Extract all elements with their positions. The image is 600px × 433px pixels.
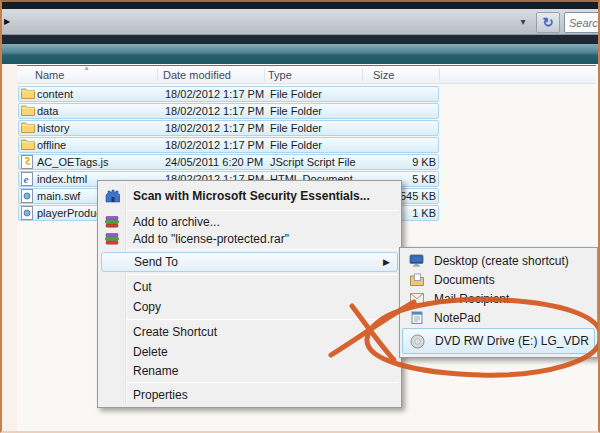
column-header-row: ▲ Name Date modified Type Size bbox=[17, 65, 596, 84]
refresh-icon: ↻ bbox=[543, 15, 554, 30]
column-divider[interactable] bbox=[264, 68, 265, 81]
column-header-size[interactable]: Size bbox=[373, 69, 394, 81]
menu-item-label: Add to "license-protected.rar" bbox=[133, 232, 289, 246]
html-file-icon: e bbox=[21, 172, 35, 188]
submenu-item-label: DVD RW Drive (E:) LG_VDR bbox=[435, 334, 589, 348]
column-header-date-modified[interactable]: Date modified bbox=[163, 69, 231, 81]
file-size: 9 KB bbox=[372, 156, 436, 168]
column-divider[interactable] bbox=[362, 68, 363, 81]
menu-item-cut[interactable]: Cut bbox=[98, 277, 401, 297]
file-type: File Folder bbox=[270, 139, 369, 151]
notepad-icon bbox=[408, 311, 425, 324]
dvd-drive-icon bbox=[409, 334, 426, 349]
folder-icon bbox=[21, 87, 35, 101]
svg-text:e: e bbox=[24, 173, 29, 185]
folder-icon bbox=[21, 104, 35, 118]
menu-item-label: Send To bbox=[134, 255, 178, 269]
submenu-item-notepad[interactable]: NotePad bbox=[400, 308, 597, 327]
documents-icon bbox=[408, 273, 425, 286]
file-date: 18/02/2012 1:17 PM bbox=[165, 88, 266, 100]
table-row[interactable]: offline 18/02/2012 1:17 PM File Folder bbox=[18, 137, 439, 153]
menu-item-scan-mse[interactable]: Scan with Microsoft Security Essentials.… bbox=[98, 183, 401, 208]
address-bar[interactable] bbox=[12, 12, 512, 32]
file-name: data bbox=[37, 105, 161, 117]
menu-item-label: Create Shortcut bbox=[133, 325, 217, 339]
file-name: history bbox=[37, 122, 161, 134]
column-header-name[interactable]: Name bbox=[35, 69, 64, 81]
menu-separator bbox=[127, 319, 398, 320]
nav-strip bbox=[2, 35, 598, 44]
swf-file-icon bbox=[21, 189, 35, 205]
chevron-down-icon: ▾ bbox=[520, 16, 525, 27]
submenu-item-label: Documents bbox=[434, 273, 495, 287]
submenu-item-label: NotePad bbox=[434, 311, 481, 325]
menu-item-delete[interactable]: Delete bbox=[98, 342, 401, 361]
column-header-type[interactable]: Type bbox=[268, 69, 292, 81]
menu-separator bbox=[127, 210, 398, 211]
back-caret-icon: ▶ bbox=[4, 17, 10, 26]
menu-item-label: Scan with Microsoft Security Essentials.… bbox=[133, 189, 370, 203]
submenu-item-label: Desktop (create shortcut) bbox=[434, 254, 569, 268]
submenu-item-mail-recipient[interactable]: Mail Recipient bbox=[400, 289, 597, 308]
search-box[interactable] bbox=[564, 12, 600, 33]
menu-item-label: Properties bbox=[133, 388, 188, 402]
winrar-icon bbox=[104, 216, 120, 228]
search-input[interactable] bbox=[565, 14, 600, 33]
file-date: 18/02/2012 1:17 PM bbox=[165, 122, 266, 134]
menu-item-label: Cut bbox=[133, 280, 152, 294]
left-gutter bbox=[2, 64, 17, 431]
column-divider[interactable] bbox=[157, 68, 158, 81]
table-row[interactable]: AC_OETags.js 24/05/2011 6:20 PM JScript … bbox=[18, 154, 439, 170]
title-bar bbox=[2, 2, 598, 9]
table-row[interactable]: data 18/02/2012 1:17 PM File Folder bbox=[18, 103, 439, 119]
submenu-item-dvd-rw-drive[interactable]: DVD RW Drive (E:) LG_VDR bbox=[402, 328, 595, 354]
file-type: File Folder bbox=[270, 105, 369, 117]
file-date: 18/02/2012 1:17 PM bbox=[165, 139, 266, 151]
submenu-item-desktop[interactable]: Desktop (create shortcut) bbox=[400, 251, 597, 270]
menu-item-label: Delete bbox=[133, 345, 168, 359]
menu-item-label: Copy bbox=[133, 300, 161, 314]
address-toolbar: ▶ ▾ ↻ bbox=[2, 9, 598, 35]
menu-item-create-shortcut[interactable]: Create Shortcut bbox=[98, 322, 401, 342]
swf-file-icon bbox=[21, 206, 35, 222]
file-date: 24/05/2011 6:20 PM bbox=[165, 156, 266, 168]
menu-item-label: Add to archive... bbox=[133, 215, 220, 229]
desktop-icon bbox=[408, 254, 425, 267]
menu-separator bbox=[127, 249, 398, 250]
table-row[interactable]: history 18/02/2012 1:17 PM File Folder bbox=[18, 120, 439, 136]
context-menu: Scan with Microsoft Security Essentials.… bbox=[97, 180, 402, 408]
sort-ascending-icon: ▲ bbox=[83, 64, 90, 71]
file-type: File Folder bbox=[270, 88, 369, 100]
menu-item-copy[interactable]: Copy bbox=[98, 297, 401, 317]
file-name: AC_OETags.js bbox=[37, 156, 161, 168]
mse-shield-icon bbox=[104, 189, 120, 203]
command-toolbar bbox=[2, 44, 598, 64]
address-dropdown-button[interactable]: ▾ bbox=[514, 15, 532, 30]
column-divider[interactable] bbox=[439, 68, 440, 81]
submenu-item-label: Mail Recipient bbox=[434, 292, 509, 306]
file-type: JScript Script File bbox=[270, 156, 369, 168]
file-date: 18/02/2012 1:17 PM bbox=[165, 105, 266, 117]
file-name: content bbox=[37, 88, 161, 100]
menu-item-add-to-rar[interactable]: Add to "license-protected.rar" bbox=[98, 230, 401, 247]
winrar-icon bbox=[104, 233, 120, 245]
explorer-window: ▶ ▾ ↻ ▲ Name Date modified Type Size bbox=[0, 0, 600, 433]
menu-item-rename[interactable]: Rename bbox=[98, 361, 401, 380]
jscript-file-icon bbox=[21, 155, 35, 171]
file-type: File Folder bbox=[270, 122, 369, 134]
send-to-submenu: Desktop (create shortcut) Documents Mail… bbox=[399, 247, 598, 358]
menu-separator bbox=[127, 382, 398, 383]
submenu-item-documents[interactable]: Documents bbox=[400, 270, 597, 289]
folder-icon bbox=[21, 138, 35, 152]
folder-icon bbox=[21, 121, 35, 135]
table-row[interactable]: content 18/02/2012 1:17 PM File Folder bbox=[18, 86, 439, 102]
menu-item-properties[interactable]: Properties bbox=[98, 385, 401, 405]
menu-separator bbox=[127, 274, 398, 275]
mail-recipient-icon bbox=[408, 293, 425, 304]
file-name: offline bbox=[37, 139, 161, 151]
menu-item-add-to-archive[interactable]: Add to archive... bbox=[98, 213, 401, 230]
refresh-button[interactable]: ↻ bbox=[536, 12, 560, 33]
menu-item-send-to[interactable]: Send To ▶ bbox=[101, 252, 398, 272]
submenu-arrow-icon: ▶ bbox=[383, 257, 390, 267]
menu-item-label: Rename bbox=[133, 364, 178, 378]
